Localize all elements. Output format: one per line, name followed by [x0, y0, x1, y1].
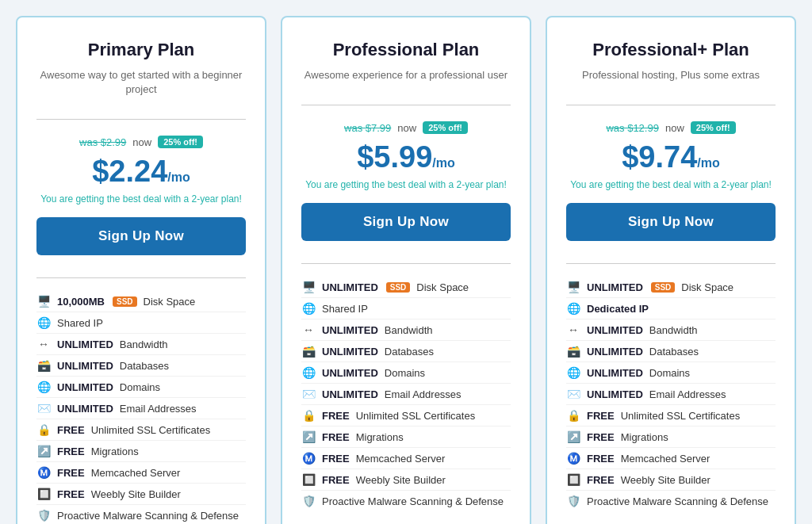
- feature-item-primary-1: 🌐 Shared IP: [36, 312, 246, 334]
- feature-bold-professional-plus-3: UNLIMITED: [587, 346, 643, 358]
- price-row-primary: was $2.99 now 25% off!: [79, 136, 203, 148]
- best-deal-professional: You are getting the best deal with a 2-y…: [305, 179, 507, 190]
- feature-text-professional-9: Weebly Site Builder: [356, 474, 446, 486]
- plans-container: Primary Plan Awesome way to get started …: [16, 16, 796, 524]
- plan-card-professional: Professional Plan Awesome experience for…: [281, 16, 531, 524]
- divider-top-primary: [36, 119, 246, 120]
- feature-bold-professional-9: FREE: [322, 474, 350, 486]
- feature-icon-primary-4: 🌐: [36, 381, 51, 393]
- feature-icon-professional-plus-3: 🗃️: [566, 345, 580, 358]
- per-mo-professional: /mo: [432, 156, 454, 170]
- feature-icon-professional-7: ↗️: [301, 430, 316, 443]
- feature-text-professional-6: Unlimited SSL Certificates: [356, 410, 476, 422]
- feature-item-professional-plus-7: ↗️ FREE Migrations: [566, 426, 776, 448]
- plan-subtitle-professional: Awesome experience for a professional us…: [304, 68, 508, 82]
- feature-icon-professional-1: 🌐: [301, 302, 316, 315]
- off-badge-professional: 25% off!: [423, 121, 468, 134]
- feature-icon-primary-9: 🔲: [36, 488, 51, 500]
- feature-icon-professional-plus-1: 🌐: [566, 302, 580, 315]
- feature-text-professional-plus-6: Unlimited SSL Certificates: [621, 410, 741, 422]
- divider-bottom-professional-plus: [566, 263, 776, 264]
- feature-item-primary-10: 🛡️ Proactive Malware Scanning & Defense: [36, 505, 246, 524]
- feature-icon-professional-10: 🛡️: [301, 495, 316, 507]
- divider-bottom-professional: [301, 263, 511, 264]
- feature-text-professional-3: Databases: [385, 346, 434, 358]
- feature-text-professional-4: Domains: [385, 367, 425, 379]
- feature-text-professional-10: Proactive Malware Scanning & Defense: [322, 495, 504, 507]
- plan-title-professional-plus: Professional+ Plan: [592, 40, 749, 60]
- feature-text-professional-plus-8: Memcached Server: [621, 453, 710, 465]
- feature-bold-professional-6: FREE: [322, 410, 350, 422]
- was-price-professional: was $7.99: [344, 122, 391, 134]
- feature-icon-professional-3: 🗃️: [301, 345, 316, 358]
- feature-text-primary-10: Proactive Malware Scanning & Defense: [57, 510, 239, 522]
- feature-item-primary-8: Ⓜ️ FREE Memcached Server: [36, 462, 246, 484]
- feature-bold-professional-5: UNLIMITED: [322, 388, 378, 400]
- feature-bold-professional-7: FREE: [322, 431, 350, 443]
- feature-text-primary-2: Bandwidth: [120, 338, 168, 350]
- feature-icon-primary-5: ✉️: [36, 402, 51, 415]
- feature-bold-primary-0: 10,000MB: [57, 296, 105, 308]
- feature-item-professional-plus-0: 🖥️ UNLIMITED SSD Disk Space: [566, 277, 776, 298]
- feature-bold-primary-9: FREE: [57, 488, 85, 500]
- feature-item-primary-5: ✉️ UNLIMITED Email Addresses: [36, 398, 246, 419]
- feature-item-professional-plus-2: ↔️ UNLIMITED Bandwidth: [566, 319, 776, 341]
- signup-button-professional-plus[interactable]: Sign Up Now: [566, 203, 776, 241]
- feature-icon-primary-3: 🗃️: [36, 359, 51, 372]
- feature-icon-professional-2: ↔️: [301, 323, 316, 336]
- divider-top-professional: [301, 105, 511, 105]
- signup-button-professional[interactable]: Sign Up Now: [301, 203, 511, 241]
- feature-text-professional-1: Shared IP: [322, 303, 368, 315]
- plan-card-professional-plus: Professional+ Plan Professional hosting,…: [546, 16, 796, 524]
- feature-icon-primary-7: ↗️: [36, 445, 51, 457]
- feature-icon-professional-plus-4: 🌐: [566, 366, 580, 379]
- feature-item-professional-plus-8: Ⓜ️ FREE Memcached Server: [566, 448, 776, 469]
- feature-icon-professional-plus-0: 🖥️: [566, 281, 580, 293]
- feature-icon-professional-plus-7: ↗️: [566, 430, 580, 443]
- main-price-professional-plus: $9.74/mo: [622, 140, 720, 174]
- feature-icon-professional-4: 🌐: [301, 366, 316, 379]
- price-value-professional: $5.99: [357, 140, 432, 174]
- divider-bottom-primary: [36, 277, 246, 278]
- signup-button-primary[interactable]: Sign Up Now: [36, 217, 246, 255]
- feature-text-primary-3: Databases: [120, 360, 169, 372]
- main-price-professional: $5.99/mo: [357, 140, 455, 174]
- feature-item-professional-7: ↗️ FREE Migrations: [301, 426, 511, 448]
- plan-card-primary: Primary Plan Awesome way to get started …: [16, 16, 266, 524]
- off-badge-primary: 25% off!: [158, 136, 203, 148]
- feature-icon-primary-2: ↔️: [36, 338, 51, 350]
- features-list-professional-plus: 🖥️ UNLIMITED SSD Disk Space 🌐 Dedicated …: [566, 277, 776, 511]
- feature-bold-primary-7: FREE: [57, 446, 85, 457]
- feature-icon-professional-9: 🔲: [301, 473, 316, 486]
- features-list-professional: 🖥️ UNLIMITED SSD Disk Space 🌐 Shared IP …: [301, 277, 511, 511]
- feature-text-professional-plus-3: Databases: [649, 346, 699, 358]
- feature-icon-professional-6: 🔒: [301, 409, 316, 422]
- features-list-primary: 🖥️ 10,000MB SSD Disk Space 🌐 Shared IP ↔…: [36, 291, 246, 524]
- feature-text-primary-5: Email Addresses: [120, 403, 197, 415]
- feature-item-professional-0: 🖥️ UNLIMITED SSD Disk Space: [301, 277, 511, 298]
- feature-text-primary-7: Migrations: [91, 446, 139, 457]
- feature-bold-professional-plus-9: FREE: [587, 474, 615, 486]
- feature-bold-primary-5: UNLIMITED: [57, 403, 113, 415]
- feature-text-professional-plus-9: Weebly Site Builder: [621, 474, 710, 486]
- main-price-primary: $2.24/mo: [92, 155, 190, 189]
- feature-text-primary-8: Memcached Server: [91, 467, 181, 479]
- feature-item-professional-plus-4: 🌐 UNLIMITED Domains: [566, 362, 776, 384]
- feature-text-professional-5: Email Addresses: [385, 388, 462, 400]
- feature-bold-primary-3: UNLIMITED: [57, 360, 113, 372]
- feature-bold-primary-2: UNLIMITED: [57, 338, 113, 350]
- feature-item-primary-0: 🖥️ 10,000MB SSD Disk Space: [36, 291, 246, 312]
- feature-item-professional-1: 🌐 Shared IP: [301, 298, 511, 319]
- feature-bold-professional-plus-1: Dedicated IP: [587, 303, 649, 315]
- now-label-professional: now: [397, 122, 416, 134]
- feature-icon-primary-8: Ⓜ️: [36, 466, 51, 479]
- feature-icon-professional-plus-9: 🔲: [566, 473, 580, 486]
- feature-text-primary-4: Domains: [120, 381, 160, 393]
- feature-item-primary-4: 🌐 UNLIMITED Domains: [36, 377, 246, 398]
- best-deal-primary: You are getting the best deal with a 2-y…: [40, 193, 242, 205]
- feature-bold-professional-plus-7: FREE: [587, 431, 615, 443]
- divider-top-professional-plus: [566, 105, 776, 105]
- per-mo-professional-plus: /mo: [697, 156, 719, 170]
- feature-text-professional-plus-7: Migrations: [621, 431, 668, 443]
- feature-item-primary-7: ↗️ FREE Migrations: [36, 441, 246, 462]
